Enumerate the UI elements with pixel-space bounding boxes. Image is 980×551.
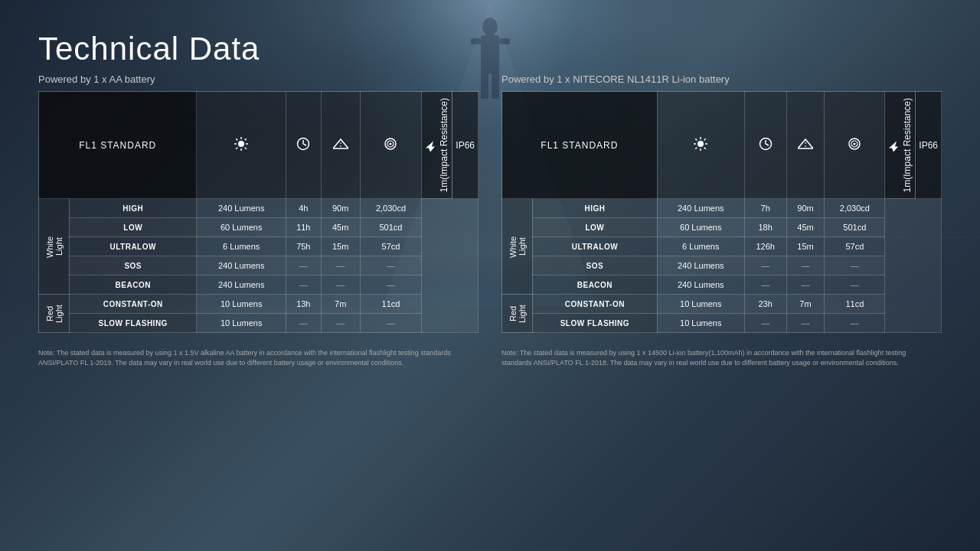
high-lumens-right: 240 Lumens: [657, 199, 744, 218]
svg-line-33: [704, 139, 706, 140]
constant-range-right: 7m: [786, 295, 825, 314]
svg-line-15: [245, 148, 247, 149]
beacon-range-right: —: [786, 276, 825, 295]
table-row: BEACON 240 Lumens — — —: [39, 276, 479, 295]
beacon-label-left: BEACON: [70, 276, 197, 295]
note-left: Note: The stated data is measured by usi…: [38, 341, 479, 367]
lumens-header-icon-right: [657, 92, 744, 199]
table-right-subtitle: Powered by 1 x NITECORE NL1411R Li-ion b…: [501, 73, 942, 85]
low-lumens-left: 60 Lumens: [197, 218, 286, 237]
time-header-icon-left: [286, 92, 321, 199]
high-label-left: HIGH: [70, 199, 197, 218]
slow-flash-lumens-left: 10 Lumens: [197, 314, 286, 333]
svg-line-20: [303, 144, 306, 145]
svg-line-14: [236, 139, 237, 140]
beacon-range-left: —: [321, 276, 360, 295]
table-row: SLOW FLASHING 10 Lumens — — —: [502, 314, 942, 333]
low-candela-right: 501cd: [825, 218, 885, 237]
high-candela-right: 2,030cd: [825, 199, 885, 218]
impact-header-left: 1m(Impact Resistance): [422, 92, 452, 199]
ultralow-candela-left: 57cd: [360, 237, 422, 256]
slow-flash-label-left: SLOW FLASHING: [70, 314, 197, 333]
slow-flash-time-right: —: [744, 314, 786, 333]
ultralow-lumens-left: 6 Lumens: [197, 237, 286, 256]
constant-range-left: 7m: [321, 295, 360, 314]
table-row: WhiteLight HIGH 240 Lumens 7h 90m 2,030c…: [502, 199, 942, 218]
ultralow-range-left: 15m: [321, 237, 360, 256]
slow-flash-range-left: —: [321, 314, 360, 333]
ip-header-left: IP66: [452, 92, 479, 199]
low-time-right: 18h: [744, 218, 786, 237]
table-row: SOS 240 Lumens — — —: [39, 256, 479, 276]
constant-lumens-right: 10 Lumens: [657, 295, 744, 314]
ultralow-range-right: 15m: [786, 237, 825, 256]
sos-label-left: SOS: [70, 256, 197, 276]
slow-flash-time-left: —: [286, 314, 321, 333]
low-label-left: LOW: [70, 218, 197, 237]
range-header-icon-left: [321, 92, 360, 199]
table-right-header: FL1 STANDARD: [502, 92, 658, 199]
slow-flash-candela-right: —: [825, 314, 885, 333]
table-left: FL1 STANDARD: [38, 91, 479, 333]
svg-line-32: [704, 148, 706, 149]
constant-label-left: CONSTANT-ON: [70, 295, 197, 314]
svg-line-17: [236, 148, 237, 149]
low-time-left: 11h: [286, 218, 321, 237]
svg-line-31: [695, 139, 697, 140]
table-left-section: Powered by 1 x AA battery FL1 STANDARD: [38, 73, 479, 333]
low-range-left: 45m: [321, 218, 360, 237]
constant-candela-left: 11cd: [360, 295, 422, 314]
sos-range-right: —: [786, 256, 825, 276]
beacon-candela-right: —: [825, 276, 885, 295]
low-range-right: 45m: [786, 218, 825, 237]
table-right: FL1 STANDARD: [501, 91, 942, 333]
note-left-text: Note: The stated data is measured by usi…: [38, 348, 475, 367]
table-row: RedLight CONSTANT-ON 10 Lumens 23h 7m 11…: [502, 295, 942, 314]
table-row: SOS 240 Lumens — — —: [502, 256, 942, 276]
ultralow-lumens-right: 6 Lumens: [657, 237, 744, 256]
tables-wrapper: Powered by 1 x AA battery FL1 STANDARD: [38, 73, 942, 333]
candela-header-icon-right: [825, 92, 885, 199]
table-row: BEACON 240 Lumens — — —: [502, 276, 942, 295]
sos-lumens-left: 240 Lumens: [197, 256, 286, 276]
low-candela-left: 501cd: [360, 218, 422, 237]
high-time-left: 4h: [286, 199, 321, 218]
svg-point-25: [390, 143, 392, 145]
sos-lumens-right: 240 Lumens: [657, 256, 744, 276]
sos-range-left: —: [321, 256, 360, 276]
table-left-header: FL1 STANDARD: [39, 92, 197, 199]
svg-point-42: [854, 143, 856, 145]
red-light-label-right: RedLight: [502, 295, 533, 333]
table-row: ULTRALOW 6 Lumens 75h 15m 57cd: [39, 237, 479, 256]
notes-wrapper: Note: The stated data is measured by usi…: [38, 341, 942, 367]
lumens-header-icon-left: [197, 92, 286, 199]
impact-header-right: 1m(Impact Resistance): [885, 92, 916, 199]
svg-line-16: [245, 139, 247, 140]
sos-time-right: —: [744, 256, 786, 276]
high-range-right: 90m: [786, 199, 825, 218]
red-light-label-left: RedLight: [39, 295, 70, 333]
beacon-lumens-right: 240 Lumens: [657, 276, 744, 295]
time-header-icon-right: [744, 92, 786, 199]
beacon-label-right: BEACON: [533, 276, 658, 295]
slow-flash-candela-left: —: [360, 314, 422, 333]
constant-candela-right: 11cd: [825, 295, 885, 314]
slow-flash-range-right: —: [786, 314, 825, 333]
beacon-lumens-left: 240 Lumens: [197, 276, 286, 295]
table-row: WhiteLight HIGH 240 Lumens 4h 90m 2,030c…: [39, 199, 479, 218]
high-candela-left: 2,030cd: [360, 199, 422, 218]
table-left-subtitle: Powered by 1 x AA battery: [38, 73, 479, 85]
ultralow-time-left: 75h: [286, 237, 321, 256]
constant-time-right: 23h: [744, 295, 786, 314]
sos-time-left: —: [286, 256, 321, 276]
ip-header-right: IP66: [916, 92, 942, 199]
table-row: SLOW FLASHING 10 Lumens — — —: [39, 314, 479, 333]
note-right-text: Note: The stated data is measured by usi…: [501, 348, 938, 367]
table-row: LOW 60 Lumens 18h 45m 501cd: [502, 218, 942, 237]
constant-lumens-left: 10 Lumens: [197, 295, 286, 314]
note-right: Note: The stated data is measured by usi…: [501, 341, 942, 367]
ultralow-label-right: ULTRALOW: [533, 237, 658, 256]
slow-flash-lumens-right: 10 Lumens: [657, 314, 744, 333]
constant-time-left: 13h: [286, 295, 321, 314]
page-title: Technical Data: [38, 31, 942, 67]
